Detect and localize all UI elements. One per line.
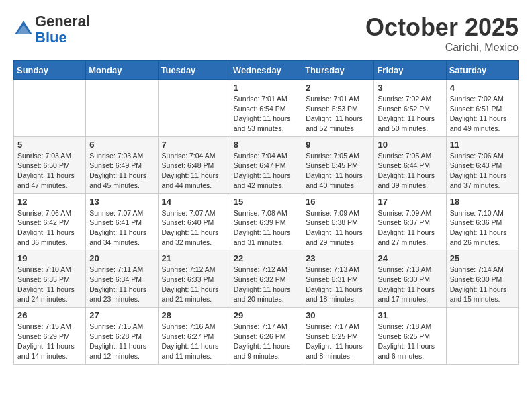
day-number: 22: [234, 253, 298, 263]
location: Carichi, Mexico: [365, 42, 519, 54]
day-info: Sunrise: 7:03 AMSunset: 6:50 PMDaylight:…: [17, 151, 82, 191]
day-number: 13: [89, 197, 154, 207]
day-number: 15: [234, 197, 298, 207]
day-cell: 9Sunrise: 7:05 AMSunset: 6:45 PMDaylight…: [302, 136, 374, 193]
day-info: Sunrise: 7:11 AMSunset: 6:34 PMDaylight:…: [89, 265, 154, 304]
day-cell: 8Sunrise: 7:04 AMSunset: 6:47 PMDaylight…: [230, 136, 302, 193]
day-info: Sunrise: 7:03 AMSunset: 6:49 PMDaylight:…: [89, 151, 154, 191]
day-number: 23: [306, 253, 370, 263]
day-cell: 11Sunrise: 7:06 AMSunset: 6:43 PMDayligh…: [446, 136, 518, 193]
day-info: Sunrise: 7:12 AMSunset: 6:33 PMDaylight:…: [162, 265, 226, 304]
day-cell: 29Sunrise: 7:17 AMSunset: 6:26 PMDayligh…: [230, 308, 302, 365]
weekday-header-tuesday: Tuesday: [158, 61, 230, 80]
day-number: 8: [234, 140, 298, 150]
day-info: Sunrise: 7:05 AMSunset: 6:44 PMDaylight:…: [378, 151, 442, 191]
month-title: October 2025: [365, 13, 519, 42]
day-number: 4: [450, 83, 515, 93]
day-cell: 1Sunrise: 7:01 AMSunset: 6:54 PMDaylight…: [230, 80, 302, 137]
calendar-table: SundayMondayTuesdayWednesdayThursdayFrid…: [13, 60, 519, 365]
day-number: 29: [234, 310, 298, 320]
day-info: Sunrise: 7:01 AMSunset: 6:53 PMDaylight:…: [306, 94, 370, 134]
page-header: General Blue October 2025 Carichi, Mexic…: [13, 13, 519, 54]
day-cell: 22Sunrise: 7:12 AMSunset: 6:32 PMDayligh…: [230, 250, 302, 308]
logo-blue: Blue: [35, 29, 67, 46]
day-number: 5: [17, 140, 82, 150]
logo-icon: [13, 19, 34, 40]
day-cell: 16Sunrise: 7:09 AMSunset: 6:38 PMDayligh…: [302, 193, 374, 250]
day-info: Sunrise: 7:09 AMSunset: 6:37 PMDaylight:…: [378, 208, 442, 248]
day-cell: 30Sunrise: 7:17 AMSunset: 6:25 PMDayligh…: [302, 308, 374, 365]
day-cell: 17Sunrise: 7:09 AMSunset: 6:37 PMDayligh…: [374, 193, 446, 250]
day-cell: [14, 80, 86, 137]
day-number: 25: [450, 253, 515, 263]
day-cell: 25Sunrise: 7:14 AMSunset: 6:30 PMDayligh…: [446, 250, 518, 308]
day-info: Sunrise: 7:07 AMSunset: 6:40 PMDaylight:…: [162, 208, 226, 248]
day-info: Sunrise: 7:04 AMSunset: 6:48 PMDaylight:…: [162, 151, 226, 191]
day-number: 12: [17, 197, 82, 207]
logo: General Blue: [13, 13, 90, 46]
weekday-header-saturday: Saturday: [446, 61, 518, 80]
day-info: Sunrise: 7:13 AMSunset: 6:30 PMDaylight:…: [378, 265, 442, 304]
logo-text: General Blue: [35, 13, 90, 46]
day-number: 9: [306, 140, 370, 150]
day-info: Sunrise: 7:10 AMSunset: 6:35 PMDaylight:…: [17, 265, 82, 304]
weekday-header-friday: Friday: [374, 61, 446, 80]
day-info: Sunrise: 7:02 AMSunset: 6:52 PMDaylight:…: [378, 94, 442, 134]
day-cell: 5Sunrise: 7:03 AMSunset: 6:50 PMDaylight…: [14, 136, 86, 193]
day-cell: 21Sunrise: 7:12 AMSunset: 6:33 PMDayligh…: [158, 250, 230, 308]
day-cell: 14Sunrise: 7:07 AMSunset: 6:40 PMDayligh…: [158, 193, 230, 250]
title-block: October 2025 Carichi, Mexico: [365, 13, 519, 54]
day-cell: 28Sunrise: 7:16 AMSunset: 6:27 PMDayligh…: [158, 308, 230, 365]
weekday-header-row: SundayMondayTuesdayWednesdayThursdayFrid…: [14, 61, 519, 80]
day-number: 6: [89, 140, 154, 150]
day-info: Sunrise: 7:06 AMSunset: 6:42 PMDaylight:…: [17, 208, 82, 248]
day-number: 10: [378, 140, 442, 150]
day-number: 1: [234, 83, 298, 93]
day-info: Sunrise: 7:12 AMSunset: 6:32 PMDaylight:…: [234, 265, 298, 304]
day-cell: 3Sunrise: 7:02 AMSunset: 6:52 PMDaylight…: [374, 80, 446, 137]
weekday-header-monday: Monday: [86, 61, 158, 80]
day-number: 20: [89, 253, 154, 263]
day-number: 30: [306, 310, 370, 320]
logo-general: General: [35, 13, 90, 30]
day-number: 31: [378, 310, 442, 320]
day-cell: 10Sunrise: 7:05 AMSunset: 6:44 PMDayligh…: [374, 136, 446, 193]
week-row-3: 12Sunrise: 7:06 AMSunset: 6:42 PMDayligh…: [14, 193, 519, 250]
day-info: Sunrise: 7:15 AMSunset: 6:29 PMDaylight:…: [17, 322, 82, 361]
day-number: 27: [89, 310, 154, 320]
day-number: 17: [378, 197, 442, 207]
day-info: Sunrise: 7:09 AMSunset: 6:38 PMDaylight:…: [306, 208, 370, 248]
day-info: Sunrise: 7:05 AMSunset: 6:45 PMDaylight:…: [306, 151, 370, 191]
day-cell: 6Sunrise: 7:03 AMSunset: 6:49 PMDaylight…: [86, 136, 158, 193]
day-cell: 12Sunrise: 7:06 AMSunset: 6:42 PMDayligh…: [14, 193, 86, 250]
day-cell: [446, 308, 518, 365]
day-info: Sunrise: 7:16 AMSunset: 6:27 PMDaylight:…: [162, 322, 226, 361]
day-number: 19: [17, 253, 82, 263]
week-row-4: 19Sunrise: 7:10 AMSunset: 6:35 PMDayligh…: [14, 250, 519, 308]
day-cell: 2Sunrise: 7:01 AMSunset: 6:53 PMDaylight…: [302, 80, 374, 137]
day-number: 7: [162, 140, 226, 150]
day-cell: 19Sunrise: 7:10 AMSunset: 6:35 PMDayligh…: [14, 250, 86, 308]
day-number: 26: [17, 310, 82, 320]
day-number: 18: [450, 197, 515, 207]
day-number: 2: [306, 83, 370, 93]
day-info: Sunrise: 7:06 AMSunset: 6:43 PMDaylight:…: [450, 151, 515, 191]
week-row-1: 1Sunrise: 7:01 AMSunset: 6:54 PMDaylight…: [14, 80, 519, 137]
day-cell: 13Sunrise: 7:07 AMSunset: 6:41 PMDayligh…: [86, 193, 158, 250]
day-cell: 24Sunrise: 7:13 AMSunset: 6:30 PMDayligh…: [374, 250, 446, 308]
day-cell: 27Sunrise: 7:15 AMSunset: 6:28 PMDayligh…: [86, 308, 158, 365]
day-cell: 15Sunrise: 7:08 AMSunset: 6:39 PMDayligh…: [230, 193, 302, 250]
day-info: Sunrise: 7:17 AMSunset: 6:26 PMDaylight:…: [234, 322, 298, 361]
day-number: 11: [450, 140, 515, 150]
day-info: Sunrise: 7:14 AMSunset: 6:30 PMDaylight:…: [450, 265, 515, 304]
day-info: Sunrise: 7:08 AMSunset: 6:39 PMDaylight:…: [234, 208, 298, 248]
day-number: 28: [162, 310, 226, 320]
day-cell: 7Sunrise: 7:04 AMSunset: 6:48 PMDaylight…: [158, 136, 230, 193]
day-number: 16: [306, 197, 370, 207]
day-cell: 23Sunrise: 7:13 AMSunset: 6:31 PMDayligh…: [302, 250, 374, 308]
weekday-header-wednesday: Wednesday: [230, 61, 302, 80]
day-cell: [158, 80, 230, 137]
day-cell: 31Sunrise: 7:18 AMSunset: 6:25 PMDayligh…: [374, 308, 446, 365]
week-row-5: 26Sunrise: 7:15 AMSunset: 6:29 PMDayligh…: [14, 308, 519, 365]
week-row-2: 5Sunrise: 7:03 AMSunset: 6:50 PMDaylight…: [14, 136, 519, 193]
